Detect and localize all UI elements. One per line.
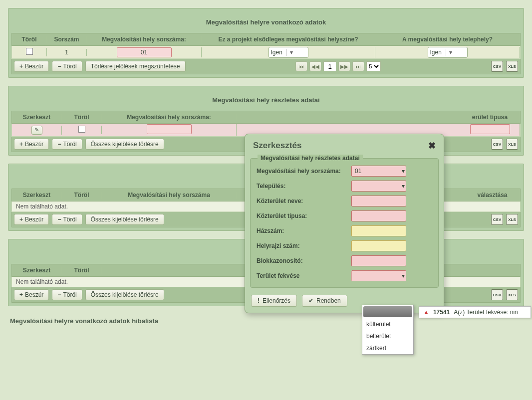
dialog-legend: Megvalósítási hely részletes adatai [258,155,363,162]
dropdown-option[interactable]: belterület [362,330,413,342]
section2-title: Megvalósítási hely részletes adatai [11,89,521,111]
torol-button[interactable]: −Töröl [52,61,82,72]
pager-size-select[interactable]: 5 [366,61,381,71]
chevron-down-icon: ▾ [402,183,405,190]
pager: ⏮ ◀◀ ▶▶ ⏭ 5 [189,61,489,71]
kozterulet-tipusa-input[interactable] [351,210,406,221]
elsodleges-select[interactable]: Igen▾ [268,47,308,58]
terulet-tipusa-input[interactable] [470,124,510,134]
chevron-down-icon: ▾ [402,168,405,175]
export-xls-icon[interactable]: XLS [506,289,518,300]
kozterulet-neve-input[interactable] [351,196,406,206]
pager-first-icon[interactable]: ⏮ [295,61,307,71]
helyrajzi-input[interactable] [351,240,406,251]
sorszam-select[interactable]: 01▾ [351,166,406,177]
dialog-title: Szerkesztés [253,141,301,151]
beszur-button[interactable]: +Beszúr [14,139,49,150]
check-icon: ✔ [308,297,313,304]
pager-page-input[interactable] [323,61,336,71]
beszur-button[interactable]: +Beszúr [14,214,49,225]
terulet-fekvese-select[interactable]: ▾ [351,270,406,281]
pager-next-icon[interactable]: ▶▶ [338,61,350,71]
section-megvalositasi-hely: Megvalósítási helyre vonatkozó adatok Tö… [8,8,524,78]
telepules-select[interactable]: ▾ [351,181,406,192]
export-csv-icon[interactable]: CSV [491,289,503,300]
torol-button[interactable]: −Töröl [52,289,82,300]
chevron-down-icon: ▾ [286,49,293,56]
delete-checkbox[interactable] [78,126,85,133]
terulet-fekvese-dropdown[interactable]: külterület belterület zártkert [362,305,414,355]
beszur-button[interactable]: +Beszúr [14,289,49,300]
torol-button[interactable]: −Töröl [52,214,82,225]
dropdown-option-blank[interactable] [363,306,412,317]
export-csv-icon[interactable]: CSV [491,139,503,150]
beszur-button[interactable]: +Beszúr [14,61,49,72]
warning-icon: ▲ [423,309,429,316]
hely-sorszam-input[interactable] [147,124,192,134]
telephely-select[interactable]: Igen▾ [428,47,468,58]
delete-checkbox[interactable] [26,48,33,55]
export-csv-icon[interactable]: CSV [491,214,503,225]
dropdown-option[interactable]: zártkert [362,342,413,354]
chevron-down-icon: ▾ [446,49,452,56]
dropdown-option[interactable]: külterület [362,318,413,330]
edit-icon[interactable]: ✎ [31,126,42,135]
grid1-bottom: +Beszúr −Töröl Törlésre jelölések megszü… [11,59,521,74]
tooltip-text: A(z) Terület fekvése: nin [454,309,518,316]
blokk-input[interactable] [351,255,406,266]
torol-button[interactable]: −Töröl [52,139,82,150]
hazszam-input[interactable] [351,225,406,236]
export-xls-icon[interactable]: XLS [506,214,518,225]
hely-sorszam-input[interactable]: 01 [117,47,172,57]
osszes-kijeloles-button[interactable]: Összes kijelölése törlésre [85,214,164,225]
osszes-kijeloles-button[interactable]: Összes kijelölése törlésre [85,139,164,150]
export-xls-icon[interactable]: XLS [506,139,518,150]
grid1-head: Töröl Sorszám Megvalósítási hely sorszám… [11,33,521,46]
section1-title: Megvalósítási helyre vonatkozó adatok [11,11,521,33]
chevron-down-icon: ▾ [402,272,405,279]
grid2-head: Szerkeszt Töröl Megvalósítási hely sorsz… [11,111,521,124]
close-icon[interactable]: ✖ [428,140,436,151]
edit-dialog: Szerkesztés ✖ Megvalósítási hely részlet… [245,134,444,313]
torles-megszuntetese-button[interactable]: Törlésre jelölések megszüntetése [85,61,186,72]
rendben-button[interactable]: ✔Rendben [302,295,347,307]
table-row: 1 01 Igen▾ Igen▾ [11,46,521,59]
osszes-kijeloles-button[interactable]: Összes kijelölése törlésre [85,289,164,300]
ellenorzes-button[interactable]: !Ellenőrzés [251,295,297,307]
validation-tooltip: ▲ 17541 A(z) Terület fekvése: nin [419,306,531,318]
pager-last-icon[interactable]: ⏭ [352,61,364,71]
export-csv-icon[interactable]: CSV [491,61,503,72]
tooltip-code: 17541 [433,309,450,316]
export-xls-icon[interactable]: XLS [506,61,518,72]
pager-prev-icon[interactable]: ◀◀ [309,61,321,71]
